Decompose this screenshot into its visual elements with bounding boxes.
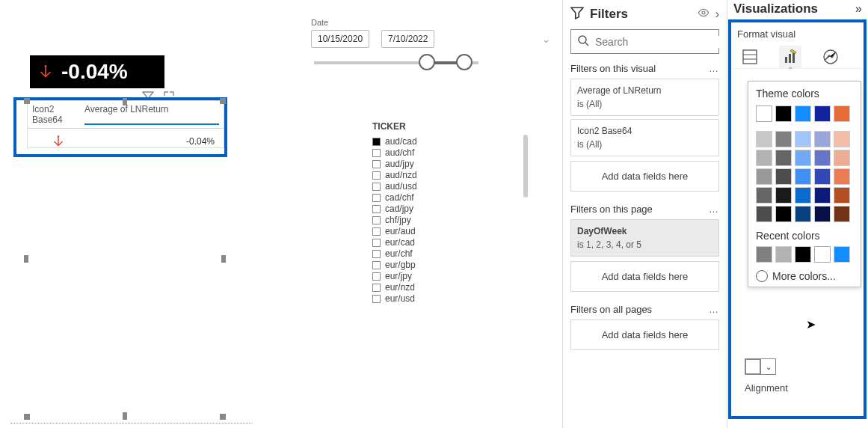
expand-pane-icon[interactable]: » <box>855 2 862 16</box>
resize-handle[interactable] <box>24 98 30 104</box>
color-swatch[interactable] <box>814 150 831 166</box>
search-input[interactable] <box>595 36 726 48</box>
checkbox[interactable] <box>372 295 381 303</box>
checkbox[interactable] <box>372 183 381 191</box>
checkbox[interactable] <box>372 194 381 202</box>
checkbox[interactable] <box>372 138 381 146</box>
color-swatch[interactable] <box>775 131 792 147</box>
color-swatch[interactable] <box>814 246 831 263</box>
date-slider-track[interactable] <box>314 61 478 64</box>
collapse-pane-icon[interactable]: › <box>715 7 719 21</box>
ticker-item[interactable]: chf/jpy <box>372 215 529 225</box>
resize-handle[interactable] <box>123 412 127 420</box>
more-options-icon[interactable]: … <box>709 304 719 315</box>
checkbox[interactable] <box>372 239 381 247</box>
visibility-icon[interactable] <box>698 7 710 21</box>
filter-card[interactable]: Average of LNReturn is (All) <box>570 79 719 116</box>
color-swatch[interactable] <box>775 206 792 222</box>
checkbox[interactable] <box>372 227 381 236</box>
color-swatch[interactable] <box>834 106 850 122</box>
color-swatch[interactable] <box>775 106 792 122</box>
color-swatch[interactable] <box>814 187 831 204</box>
ticker-item[interactable]: cad/jpy <box>372 204 529 214</box>
checkbox[interactable] <box>372 171 381 180</box>
color-swatch[interactable] <box>775 246 792 263</box>
resize-handle[interactable] <box>221 255 226 263</box>
add-fields-dropzone[interactable]: Add data fields here <box>570 261 719 292</box>
color-swatch[interactable] <box>795 106 811 122</box>
color-swatch[interactable] <box>756 206 772 222</box>
color-swatch[interactable] <box>795 131 811 147</box>
color-swatch[interactable] <box>756 246 772 263</box>
color-swatch[interactable] <box>814 206 831 222</box>
date-slicer[interactable]: Date 10/15/2020 7/10/2022 ⌄ <box>311 18 550 64</box>
resize-handle[interactable] <box>123 98 127 106</box>
color-swatch[interactable] <box>756 106 772 122</box>
tab-analytics[interactable] <box>819 46 842 68</box>
ticker-item[interactable]: eur/aud <box>372 226 529 236</box>
color-swatch[interactable] <box>834 131 850 147</box>
scrollbar-thumb[interactable] <box>523 135 528 198</box>
color-swatch[interactable] <box>756 150 772 166</box>
color-swatch[interactable] <box>756 168 772 185</box>
checkbox[interactable] <box>372 261 381 269</box>
checkbox[interactable] <box>372 216 381 224</box>
color-swatch[interactable] <box>775 187 792 204</box>
ticker-item[interactable]: eur/gbp <box>372 260 529 270</box>
slider-handle-end[interactable] <box>456 54 473 70</box>
color-swatch[interactable] <box>834 187 850 204</box>
tab-format-visual[interactable]: ⌃ <box>779 46 801 68</box>
color-swatch[interactable] <box>795 168 811 185</box>
resize-handle[interactable] <box>220 414 226 420</box>
date-start-input[interactable]: 10/15/2020 <box>311 30 369 48</box>
tab-build-visual[interactable] <box>739 46 761 68</box>
color-swatch[interactable] <box>795 206 811 222</box>
chevron-down-icon[interactable]: ⌄ <box>760 359 775 374</box>
kpi-card[interactable]: -0.04% <box>30 55 164 88</box>
color-swatch[interactable] <box>795 246 811 263</box>
filter-card[interactable]: DayOfWeek is 1, 2, 3, 4, or 5 <box>570 219 719 257</box>
resize-handle[interactable] <box>24 255 28 263</box>
ticker-item[interactable]: aud/nzd <box>372 170 529 180</box>
checkbox[interactable] <box>372 284 381 292</box>
ticker-item[interactable]: eur/cad <box>372 237 529 248</box>
color-swatch[interactable] <box>756 131 772 147</box>
slider-handle-start[interactable] <box>419 54 435 70</box>
color-swatch[interactable] <box>756 187 772 204</box>
search-box[interactable] <box>570 29 719 54</box>
resize-handle[interactable] <box>220 98 226 104</box>
color-swatch[interactable] <box>814 168 831 185</box>
ticker-item[interactable]: aud/chf <box>372 147 529 158</box>
checkbox[interactable] <box>372 205 381 213</box>
color-well[interactable]: ⌄ <box>745 358 776 375</box>
color-swatch[interactable] <box>834 206 850 222</box>
more-options-icon[interactable]: … <box>709 204 719 215</box>
more-colors-button[interactable]: More colors... <box>756 270 855 282</box>
filter-card[interactable]: Icon2 Base64 is (All) <box>570 119 719 156</box>
ticker-slicer[interactable]: TICKER aud/cadaud/chfaud/jpyaud/nzdaud/u… <box>372 121 529 305</box>
ticker-item[interactable]: aud/jpy <box>372 159 529 169</box>
ticker-item[interactable]: eur/usd <box>372 293 529 304</box>
add-fields-dropzone[interactable]: Add data fields here <box>570 320 719 350</box>
checkbox[interactable] <box>372 160 381 168</box>
ticker-item[interactable]: aud/cad <box>372 136 529 147</box>
checkbox[interactable] <box>372 272 381 281</box>
color-swatch[interactable] <box>834 246 850 263</box>
color-swatch[interactable] <box>834 168 850 185</box>
ticker-item[interactable]: aud/usd <box>372 181 529 192</box>
chevron-down-icon[interactable]: ⌄ <box>542 34 550 45</box>
ticker-item[interactable]: eur/chf <box>372 248 529 259</box>
ticker-item[interactable]: eur/nzd <box>372 282 529 293</box>
resize-handle[interactable] <box>24 414 30 420</box>
ticker-item[interactable]: eur/jpy <box>372 271 529 281</box>
checkbox[interactable] <box>372 149 381 157</box>
color-swatch[interactable] <box>834 150 850 166</box>
color-swatch[interactable] <box>795 150 811 166</box>
color-swatch[interactable] <box>795 187 811 204</box>
date-end-input[interactable]: 7/10/2022 <box>381 30 434 48</box>
ticker-item[interactable]: cad/chf <box>372 192 529 203</box>
checkbox[interactable] <box>372 250 381 258</box>
more-options-icon[interactable]: … <box>709 63 719 74</box>
color-swatch[interactable] <box>814 106 831 122</box>
color-swatch[interactable] <box>814 131 831 147</box>
